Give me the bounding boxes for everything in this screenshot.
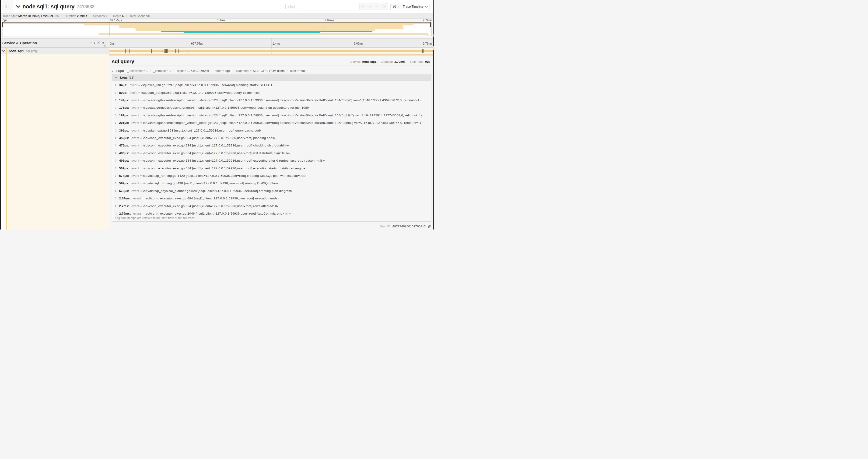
service-operation-column-title: Service & Operation <box>2 41 37 45</box>
meta-separator <box>379 60 379 63</box>
log-entry-row[interactable]: 2.69ms:event=‹sql/conn_executor_exec.go:… <box>112 195 431 202</box>
log-value: ‹sql/conn_executor_exec.go:684 [nsql1,cl… <box>143 151 290 155</box>
window-edge-fragment <box>433 46 434 51</box>
log-time: 476μs: <box>119 144 129 147</box>
minimap-right-scrubber[interactable] <box>431 23 431 36</box>
log-equals: = <box>139 136 143 140</box>
span-duration-bar[interactable] <box>109 50 434 52</box>
meta-value: 2.79ms <box>395 60 405 63</box>
log-time: 486μs: <box>119 151 129 155</box>
log-marker-tick[interactable] <box>125 49 126 53</box>
find-next-button[interactable] <box>374 3 381 10</box>
summary-item: Depth 6 <box>113 14 124 18</box>
log-marker-tick[interactable] <box>118 49 118 53</box>
span-detail-title: sql query <box>112 59 134 65</box>
log-marker-tick[interactable] <box>151 49 152 53</box>
meta-item: Duration: 2.79ms <box>381 60 405 63</box>
log-marker-tick[interactable] <box>422 49 423 53</box>
chevron-right-icon <box>115 106 117 109</box>
summary-item-value: 10 <box>146 14 150 18</box>
collapse-one-chevron-down-icon[interactable] <box>90 42 92 44</box>
log-field-key: event <box>131 106 139 109</box>
tag-delimiter: = <box>166 69 169 72</box>
summary-item-fraction: .326 <box>53 14 59 18</box>
column-resize-grip[interactable] <box>104 44 105 47</box>
log-marker-tick[interactable] <box>162 49 162 53</box>
log-entry-row[interactable]: 476μs:event=‹sql/conn_executor_exec.go:6… <box>112 142 431 149</box>
log-time: 495μs: <box>119 159 129 162</box>
ruler-tick-label: 2.79ms <box>423 19 432 22</box>
log-entry-row[interactable]: 142μs:event=‹sql/catalog/lease/descripto… <box>112 96 431 104</box>
summary-separator <box>126 14 127 17</box>
log-time: 459μs: <box>119 136 129 140</box>
log-entries: 34μs:event=‹sql/exec_util.go:2297 [nsql1… <box>112 81 431 222</box>
log-entry-row[interactable]: 201μs:event=‹sql/catalog/lease/descripto… <box>112 119 431 127</box>
span-detail-accent-column[interactable] <box>7 54 109 230</box>
log-entry-row[interactable]: 597μs:event=‹sql/distsql_running.go:498 … <box>112 179 431 187</box>
log-entry-row[interactable]: 189μs:event=‹sql/catalog/lease/descripto… <box>112 111 431 119</box>
log-entry-row[interactable]: 34μs:event=‹sql/exec_util.go:2297 [nsql1… <box>112 81 431 89</box>
log-entry-row[interactable]: 574μs:event=‹sql/distsql_running.go:1420… <box>112 172 431 179</box>
log-time: 2.7ms: <box>119 204 129 208</box>
shortcuts-button[interactable]: ⌘ <box>391 3 399 10</box>
tag-key: _verbose <box>153 69 166 72</box>
log-entry-row[interactable]: 486μs:event=‹sql/conn_executor_exec.go:6… <box>112 149 431 157</box>
find-clear-button[interactable] <box>381 3 388 10</box>
minimap-gridline <box>217 23 217 36</box>
log-entry-row[interactable]: 366μs:event=‹sql/plan_opt.go:358 [nsql1,… <box>112 127 431 134</box>
find-scope-button[interactable] <box>360 3 367 10</box>
link-icon[interactable] <box>428 225 431 228</box>
chevron-right-icon <box>115 212 117 215</box>
find-prev-button[interactable] <box>367 3 374 10</box>
tag-delimiter: = <box>184 69 187 72</box>
log-entry-row[interactable]: 502μs:event=‹sql/conn_executor_exec.go:6… <box>112 164 431 172</box>
span-collapse-chevron-down-icon[interactable] <box>2 50 5 52</box>
chevron-up-icon <box>369 4 372 9</box>
log-entry-row[interactable]: 495μs:event=‹sql/conn_executor_exec.go:6… <box>112 157 431 164</box>
tag-value: root <box>300 69 305 72</box>
meta-item: Service: node sql1 <box>350 60 376 63</box>
log-marker-tick[interactable] <box>113 49 113 53</box>
log-field-key: event <box>131 174 139 177</box>
log-field-key: event <box>133 197 141 200</box>
tag-value: 1 <box>146 69 148 72</box>
back-button[interactable] <box>1 0 13 13</box>
log-time: 80μs: <box>119 91 127 94</box>
log-entry-row[interactable]: 176μs:event=‹sql/catalog/descs/descripto… <box>112 104 431 111</box>
log-marker-tick[interactable] <box>132 49 132 53</box>
expand-all-double-chevron-right-icon[interactable] <box>101 41 104 44</box>
meta-value: 0μs <box>425 60 430 63</box>
log-marker-tick[interactable] <box>424 49 424 53</box>
tags-accordian[interactable]: Tags: _unfinished = 1_verbose = 1client … <box>112 68 305 73</box>
ruler-tick-label: 697.75μs <box>110 19 122 22</box>
trace-page-header: node sql1: sql query 7418682 <box>0 0 434 13</box>
log-entry-row[interactable]: 459μs:event=‹sql/conn_executor_exec.go:6… <box>112 134 431 141</box>
window-left-edge <box>0 0 1 230</box>
span-name-cell[interactable]: node sql1 sql query <box>0 47 109 54</box>
summary-item: Total Spans 10 <box>129 14 150 18</box>
logs-header[interactable]: Logs (18) <box>112 74 431 81</box>
log-value: ‹sql/distsql_physical_planner.go:828 [ns… <box>143 189 292 193</box>
tag-item: _unfinished = 1 <box>127 69 148 72</box>
expand-one-chevron-right-icon[interactable] <box>94 41 96 44</box>
span-row[interactable]: node sql1 sql query <box>0 47 434 54</box>
minimap-canvas[interactable] <box>2 22 431 36</box>
log-entry-row[interactable]: 2.7ms:event=‹sql/conn_executor_exec.go:6… <box>112 202 431 210</box>
summary-item: Duration 2.79ms <box>65 14 87 18</box>
page-title: node sql1: sql query <box>23 3 75 10</box>
title-collapse-chevron-down-icon[interactable] <box>16 5 21 8</box>
summary-item-label: Depth <box>113 14 121 18</box>
ruler-tick-label: 2.09ms <box>354 42 363 45</box>
trace-view-selector-button[interactable]: Trace Timeline <box>401 3 430 10</box>
span-timeline-cell[interactable] <box>109 47 434 54</box>
trace-id: 7418682 <box>77 4 94 9</box>
collapse-all-double-chevron-down-icon[interactable] <box>97 41 100 44</box>
log-marker-tick[interactable] <box>165 49 166 53</box>
find-input[interactable] <box>286 3 359 10</box>
meta-label: Start Time: <box>410 60 425 63</box>
back-arrow-icon <box>5 4 9 9</box>
log-marker-tick[interactable] <box>178 49 179 53</box>
log-entry-row[interactable]: 80μs:event=‹sql/plan_opt.go:358 [nsql1,c… <box>112 89 431 96</box>
log-equals: = <box>139 98 143 102</box>
log-entry-row[interactable]: 678μs:event=‹sql/distsql_physical_planne… <box>112 187 431 195</box>
